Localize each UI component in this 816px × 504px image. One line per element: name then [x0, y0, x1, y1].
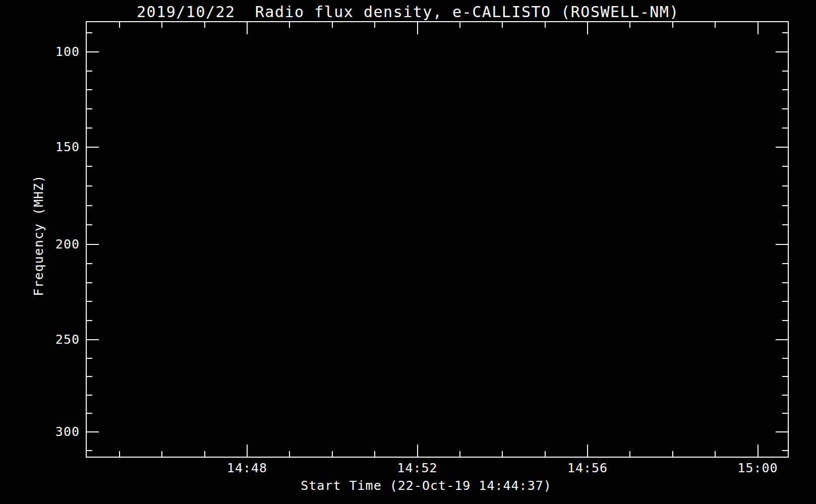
y-tick-label: 250	[30, 332, 80, 347]
tick-mark	[86, 71, 92, 72]
tick-mark	[545, 451, 546, 458]
tick-mark	[587, 445, 588, 458]
tick-mark	[86, 395, 92, 396]
tick-mark	[776, 147, 789, 148]
tick-mark	[502, 21, 503, 28]
tick-mark	[782, 108, 789, 109]
tick-mark	[161, 451, 162, 458]
tick-mark	[782, 413, 789, 414]
tick-mark	[629, 21, 630, 28]
tick-mark	[782, 358, 789, 359]
tick-mark	[86, 32, 92, 33]
tick-mark	[782, 320, 789, 321]
tick-mark	[86, 450, 92, 451]
tick-mark	[782, 89, 789, 90]
tick-mark	[374, 451, 375, 458]
plot-frame	[86, 21, 789, 458]
tick-mark	[782, 71, 789, 72]
x-tick-label: 14:52	[382, 461, 453, 476]
tick-mark	[417, 445, 418, 458]
tick-mark	[782, 395, 789, 396]
tick-mark	[86, 339, 99, 340]
tick-mark	[757, 21, 759, 34]
y-tick-label: 300	[30, 424, 80, 439]
x-tick-label: 15:00	[723, 461, 793, 476]
tick-mark	[86, 224, 92, 225]
tick-mark	[782, 128, 789, 129]
tick-mark	[86, 244, 99, 245]
tick-mark	[782, 450, 789, 451]
tick-mark	[86, 205, 92, 206]
tick-mark	[86, 358, 92, 359]
tick-mark	[545, 21, 546, 28]
tick-mark	[374, 21, 375, 28]
tick-mark	[86, 320, 92, 321]
tick-mark	[782, 185, 789, 186]
tick-mark	[86, 185, 92, 186]
tick-mark	[86, 431, 99, 432]
chart-title: 2019/10/22 Radio flux density, e-CALLIST…	[0, 3, 816, 21]
tick-mark	[417, 21, 418, 34]
tick-mark	[289, 21, 290, 28]
tick-mark	[289, 451, 290, 458]
tick-mark	[757, 445, 759, 458]
x-tick-label: 14:56	[552, 461, 623, 476]
spectrogram-figure: 2019/10/22 Radio flux density, e-CALLIST…	[0, 0, 816, 504]
tick-mark	[776, 339, 789, 340]
tick-mark	[86, 51, 99, 52]
tick-mark	[672, 451, 673, 458]
tick-mark	[629, 451, 630, 458]
y-tick-label: 100	[30, 44, 80, 59]
tick-mark	[119, 21, 120, 28]
x-tick-label: 14:48	[212, 461, 282, 476]
tick-mark	[782, 263, 789, 264]
tick-mark	[332, 21, 333, 28]
y-axis-label: Frequency (MHZ)	[31, 175, 46, 296]
tick-mark	[119, 451, 120, 458]
tick-mark	[86, 128, 92, 129]
tick-mark	[776, 431, 789, 432]
tick-mark	[86, 166, 92, 167]
tick-mark	[204, 451, 205, 458]
tick-mark	[715, 21, 716, 28]
tick-mark	[782, 301, 789, 302]
y-tick-label: 200	[30, 237, 80, 252]
tick-mark	[86, 301, 92, 302]
tick-mark	[247, 445, 248, 458]
tick-mark	[86, 282, 92, 283]
tick-mark	[86, 263, 92, 264]
tick-mark	[782, 166, 789, 167]
tick-mark	[715, 451, 716, 458]
tick-mark	[86, 413, 92, 414]
tick-mark	[782, 32, 789, 33]
tick-mark	[776, 51, 789, 52]
tick-mark	[86, 89, 92, 90]
tick-mark	[247, 21, 248, 34]
tick-mark	[332, 451, 333, 458]
tick-mark	[86, 376, 92, 377]
tick-mark	[502, 451, 503, 458]
tick-mark	[782, 376, 789, 377]
tick-mark	[672, 21, 673, 28]
tick-mark	[86, 108, 92, 109]
tick-mark	[86, 147, 99, 148]
tick-mark	[776, 244, 789, 245]
tick-mark	[782, 224, 789, 225]
x-axis-label: Start Time (22-Oct-19 14:44:37)	[275, 478, 577, 493]
tick-mark	[459, 451, 460, 458]
tick-mark	[161, 21, 162, 28]
tick-mark	[459, 21, 460, 28]
tick-mark	[587, 21, 588, 34]
y-tick-label: 150	[30, 140, 80, 155]
tick-mark	[782, 205, 789, 206]
tick-mark	[204, 21, 205, 28]
tick-mark	[782, 282, 789, 283]
